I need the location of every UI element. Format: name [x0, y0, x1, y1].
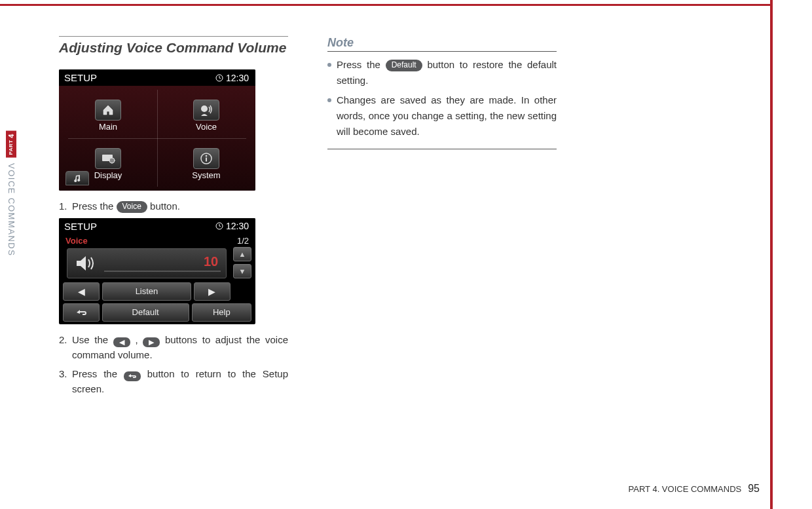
setup-item-display-label: Display — [94, 170, 122, 180]
help-button: Help — [192, 303, 251, 322]
svg-point-3 — [109, 158, 115, 163]
voice-volume-row: 10 ▲ — [59, 247, 255, 280]
side-tab-part: PART 4 — [6, 131, 16, 158]
grid-divider-h — [68, 138, 246, 139]
step-3-num: 3. — [59, 366, 67, 381]
voice-pill: Voice — [117, 201, 147, 213]
voice-clock: 12:30 — [215, 221, 249, 231]
voice-status-bar: SETUP 12:30 — [59, 218, 255, 235]
voice-page-indicator: 1/2 — [237, 236, 249, 246]
default-pill: Default — [386, 60, 422, 71]
volume-area: 10 — [67, 248, 227, 278]
note-item-1: Press the Default button to restore the … — [327, 57, 557, 88]
setup-status-bar: SETUP 12:30 — [59, 69, 255, 86]
step-2-before: Use the — [72, 334, 113, 345]
display-icon — [95, 148, 121, 169]
step-3-before: Press the — [72, 368, 124, 379]
step-1-after: button. — [150, 200, 180, 212]
step-1-before: Press the — [72, 200, 117, 212]
side-tab-section: VOICE COMMANDS — [7, 163, 16, 256]
left-arrow-key-icon: ◀ — [113, 337, 130, 347]
right-column: Note Press the Default button to restore… — [327, 36, 557, 401]
svg-point-1 — [201, 105, 208, 112]
voice-screenshot: SETUP 12:30 Voice 1/2 — [59, 218, 255, 324]
setup-clock: 12:30 — [215, 73, 249, 83]
svg-point-9 — [206, 155, 208, 157]
setup-title: SETUP — [64, 72, 97, 83]
home-icon — [95, 100, 121, 121]
volume-bar — [104, 271, 221, 272]
step-2-mid: , — [135, 334, 143, 345]
step-2: 2. Use the ◀ , ▶ buttons to adjust the v… — [59, 332, 288, 363]
section-title: Adjusting Voice Command Volume — [59, 36, 288, 56]
volume-value: 10 — [201, 254, 221, 269]
listen-button: Listen — [102, 282, 191, 301]
voice-sub-label: Voice — [65, 236, 88, 246]
top-red-rule — [0, 4, 770, 6]
voice-title: SETUP — [64, 221, 97, 232]
steps-list-b: 2. Use the ◀ , ▶ buttons to adjust the v… — [59, 332, 288, 397]
scroll-up-icon: ▲ — [233, 247, 251, 261]
note-item-2: Changes are saved as they are made. In o… — [327, 92, 557, 140]
note-title: Note — [327, 36, 557, 52]
voice-bottom-row: Default Help — [59, 303, 255, 322]
note-1-before: Press the — [337, 59, 386, 70]
volume-right-icon: ▶ — [194, 282, 231, 301]
note-list: Press the Default button to restore the … — [327, 57, 557, 140]
side-tab: PART 4 VOICE COMMANDS — [4, 131, 18, 256]
steps-list-a: 1. Press the Voice button. — [59, 198, 288, 214]
scroll-down-icon: ▼ — [233, 264, 251, 278]
right-arrow-key-icon: ▶ — [143, 337, 160, 347]
page-number: 95 — [748, 483, 760, 495]
step-1-num: 1. — [59, 198, 67, 214]
left-column: Adjusting Voice Command Volume SETUP 12:… — [59, 36, 288, 401]
setup-item-system: System — [157, 141, 255, 187]
setup-item-voice-label: Voice — [196, 122, 217, 132]
side-tab-part-number: 4 — [7, 134, 15, 138]
note-end-rule — [327, 149, 557, 149]
content-columns: Adjusting Voice Command Volume SETUP 12:… — [59, 36, 557, 401]
clock-icon — [215, 222, 223, 230]
voice-scroll-arrows: ▲ ▼ — [233, 247, 251, 280]
voice-clock-text: 12:30 — [226, 221, 249, 231]
svg-rect-10 — [206, 157, 207, 161]
setup-item-system-label: System — [192, 170, 220, 180]
return-key-icon — [124, 371, 141, 381]
right-red-bar — [770, 0, 773, 509]
footer-label: PART 4. VOICE COMMANDS — [629, 484, 742, 494]
side-tab-part-label: PART — [8, 140, 14, 155]
setup-screenshot: SETUP 12:30 — [59, 69, 255, 191]
voice-head-icon — [193, 100, 219, 121]
step-1: 1. Press the Voice button. — [59, 198, 288, 214]
clock-icon — [215, 74, 223, 82]
volume-left-icon: ◀ — [63, 282, 100, 301]
setup-item-main: Main — [59, 92, 157, 138]
info-icon — [193, 148, 219, 169]
voice-listen-row: ◀ Listen ▶ — [59, 282, 255, 301]
page-footer: PART 4. VOICE COMMANDS 95 — [629, 483, 760, 495]
music-tab-icon — [65, 171, 89, 185]
setup-item-voice: Voice — [157, 92, 255, 138]
back-icon — [63, 303, 100, 322]
step-3: 3. Press the button to return to the Set… — [59, 366, 288, 397]
voice-sub-bar: Voice 1/2 — [59, 235, 255, 247]
setup-clock-text: 12:30 — [226, 73, 249, 83]
setup-item-main-label: Main — [99, 122, 117, 132]
manual-page: PART 4 VOICE COMMANDS Adjusting Voice Co… — [0, 0, 812, 509]
speaker-icon — [73, 252, 99, 275]
default-button: Default — [102, 303, 189, 322]
setup-grid: Main Voice — [59, 86, 255, 191]
step-2-num: 2. — [59, 332, 67, 347]
